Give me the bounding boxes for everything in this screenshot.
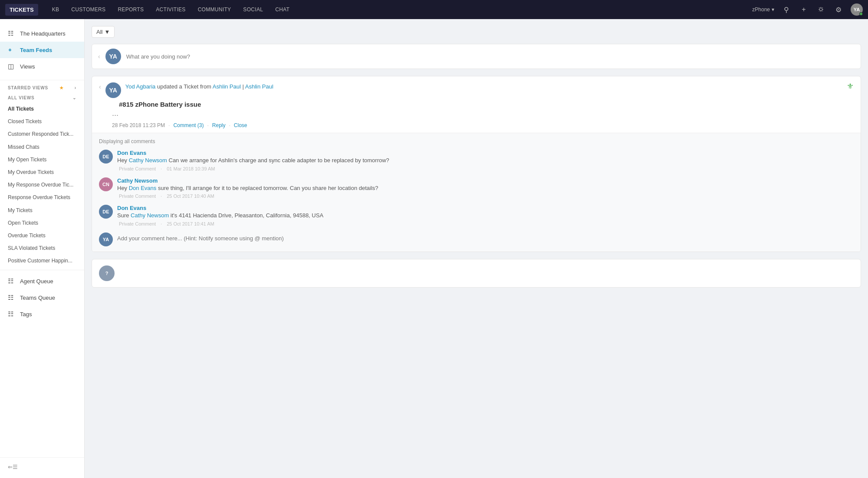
sidebar-my-overdue-tickets[interactable]: My Overdue Tickets — [0, 166, 84, 179]
sidebar-positive-customer[interactable]: Positive Customer Happin... — [0, 255, 84, 267]
comment-2-text-before: Hey — [117, 185, 129, 191]
all-views-section[interactable]: ALL VIEWS ⌄ — [0, 93, 84, 103]
all-views-chevron-icon: ⌄ — [72, 95, 76, 100]
sidebar-collapse-button[interactable]: ⇐☰ — [0, 460, 84, 474]
feed-actor-name[interactable]: Yod Agbaria — [125, 83, 156, 90]
nav-social[interactable]: SOCIAL — [238, 4, 268, 15]
tags-label: Tags — [20, 311, 32, 318]
comment-item: DE Don Evans Hey Cathy Newsom Can we arr… — [99, 150, 854, 171]
feed-to-person[interactable]: Ashlin Paul — [245, 83, 273, 90]
comment-3-author[interactable]: Don Evans — [117, 205, 854, 211]
feed-ticket-title[interactable]: #815 zPhone Battery issue — [112, 101, 861, 108]
filter-bar: All ▼ — [92, 26, 861, 38]
sidebar-item-agent-queue[interactable]: ☷ Agent Queue — [0, 273, 84, 289]
sidebar-sla-violated[interactable]: SLA Violated Tickets — [0, 242, 84, 255]
sidebar-item-views[interactable]: ◫ Views — [0, 58, 84, 75]
sidebar-customer-responded[interactable]: Customer Responded Tick... — [0, 128, 84, 141]
sidebar-open-tickets[interactable]: Open Tickets — [0, 217, 84, 229]
settings-icon[interactable]: ⚙ — [833, 6, 844, 14]
feed-header-text: Yod Agbaria updated a Ticket from Ashlin… — [125, 82, 854, 91]
star-icon: ★ — [59, 85, 64, 90]
feed-action-status-icon: ⚜ — [847, 82, 854, 91]
comment-1-author[interactable]: Don Evans — [117, 150, 854, 156]
sidebar-item-teams-queue[interactable]: ☷ Teams Queue — [0, 289, 84, 306]
comment-3-avatar: DE — [99, 205, 113, 219]
comment-1-text: Hey Cathy Newsom Can we arrange for Ashl… — [117, 156, 854, 165]
comment-2-meta-label: Private Comment — [119, 193, 156, 199]
sidebar-bottom: ⇐☰ — [0, 457, 84, 478]
feed-date: 28 Feb 2018 11:23 PM — [112, 122, 165, 128]
sidebar-my-response-overdue[interactable]: My Response Overdue Tic... — [0, 179, 84, 191]
partial-feed-avatar: ? — [99, 265, 115, 281]
notification-icon[interactable]: ⛭ — [816, 6, 826, 13]
comments-label: Displaying all comments — [99, 138, 854, 144]
comment-1-meta-label: Private Comment — [119, 166, 156, 171]
sidebar-closed-tickets[interactable]: Closed Tickets — [0, 115, 84, 128]
nav-customers[interactable]: CUSTOMERS — [66, 4, 111, 15]
comment-composer: YA — [99, 232, 854, 246]
feed-from-person[interactable]: Ashlin Paul — [213, 83, 241, 90]
feed-header-line: Yod Agbaria updated a Ticket from Ashlin… — [125, 82, 854, 91]
sidebar: ☷ The Headquarters ∘ Team Feeds ◫ Views … — [0, 19, 85, 478]
main-layout: ☷ The Headquarters ∘ Team Feeds ◫ Views … — [0, 19, 868, 478]
comment-2-meta-dot: · — [161, 193, 163, 199]
comment-1-mention[interactable]: Cathy Newsom — [129, 157, 167, 164]
tags-icon: ☷ — [8, 310, 16, 318]
add-icon[interactable]: + — [799, 6, 809, 13]
comment-2-mention[interactable]: Don Evans — [129, 185, 157, 191]
filter-chevron-icon: ▼ — [104, 29, 110, 35]
sidebar-overdue-tickets[interactable]: Overdue Tickets — [0, 229, 84, 242]
team-feeds-label: Team Feeds — [20, 47, 52, 53]
sidebar-missed-chats[interactable]: Missed Chats — [0, 141, 84, 154]
feed-close-button[interactable]: Close — [234, 122, 247, 128]
sidebar-all-tickets[interactable]: All Tickets — [0, 103, 84, 115]
starred-views-section[interactable]: STARRED VIEWS ★ › — [0, 83, 84, 93]
feed-comment-button[interactable]: Comment (3) — [173, 122, 204, 128]
post-composer: ‹ YA — [92, 44, 861, 69]
comment-2-avatar: CN — [99, 177, 113, 191]
sidebar-item-team-feeds[interactable]: ∘ Team Feeds — [0, 42, 84, 58]
feed-dot-3: · — [229, 122, 230, 128]
starred-expand-icon: › — [75, 85, 76, 90]
filter-dropdown[interactable]: All ▼ — [92, 26, 115, 38]
comment-3-meta: Private Comment · 25 Oct 2017 10:41 AM — [117, 221, 854, 226]
sidebar-my-open-tickets[interactable]: My Open Tickets — [0, 154, 84, 166]
zphone-selector[interactable]: zPhone ▾ — [752, 7, 774, 13]
sidebar-top-section: ☷ The Headquarters ∘ Team Feeds ◫ Views — [0, 19, 84, 77]
feed-chevron-icon: ‹ — [99, 83, 101, 90]
brand-tickets[interactable]: TICKETS — [5, 4, 38, 16]
sidebar-response-overdue[interactable]: Response Overdue Tickets — [0, 191, 84, 204]
sidebar-item-headquarters[interactable]: ☷ The Headquarters — [0, 25, 84, 42]
sidebar-divider-2 — [0, 270, 84, 270]
comment-3-body: Don Evans Sure Cathy Newsom it's 4141 Ha… — [117, 205, 854, 226]
composer-input[interactable] — [126, 53, 855, 60]
comment-3-meta-dot: · — [161, 221, 163, 226]
sidebar-divider-1 — [0, 80, 84, 80]
feed-ellipsis: ... — [92, 109, 861, 120]
feed-dot-1: · — [168, 122, 170, 128]
comment-2-text: Hey Don Evans sure thing, I'll arrange f… — [117, 184, 854, 193]
nav-right: zPhone ▾ ⚲ + ⛭ ⚙ YA — [752, 3, 863, 16]
sidebar-my-tickets[interactable]: My Tickets — [0, 204, 84, 217]
top-navigation: TICKETS KB CUSTOMERS REPORTS ACTIVITIES … — [0, 0, 868, 19]
feed-reply-button[interactable]: Reply — [212, 122, 226, 128]
search-icon[interactable]: ⚲ — [781, 6, 792, 14]
zphone-chevron-icon: ▾ — [772, 7, 774, 13]
nav-chat[interactable]: CHAT — [270, 4, 295, 15]
views-icon: ◫ — [8, 62, 16, 70]
views-label: Views — [20, 63, 35, 70]
nav-activities[interactable]: ACTIVITIES — [151, 4, 191, 15]
comment-3-mention[interactable]: Cathy Newsom — [131, 212, 169, 219]
comment-2-author[interactable]: Cathy Newsom — [117, 177, 854, 184]
comment-3-text-before: Sure — [117, 212, 131, 219]
comment-1-avatar: DE — [99, 150, 113, 164]
nav-reports[interactable]: REPORTS — [112, 4, 149, 15]
feed-item-header: ‹ YA Yod Agbaria updated a Ticket from A… — [92, 76, 861, 98]
comment-input[interactable] — [117, 232, 854, 244]
sidebar-item-tags[interactable]: ☷ Tags — [0, 306, 84, 322]
nav-community[interactable]: COMMUNITY — [193, 4, 237, 15]
comment-3-text-after: it's 4141 Hacienda Drive, Pleasanton, Ca… — [169, 212, 323, 219]
nav-kb[interactable]: KB — [47, 4, 65, 15]
user-avatar[interactable]: YA — [851, 3, 863, 16]
comment-2-meta: Private Comment · 25 Oct 2017 10:40 AM — [117, 193, 854, 199]
